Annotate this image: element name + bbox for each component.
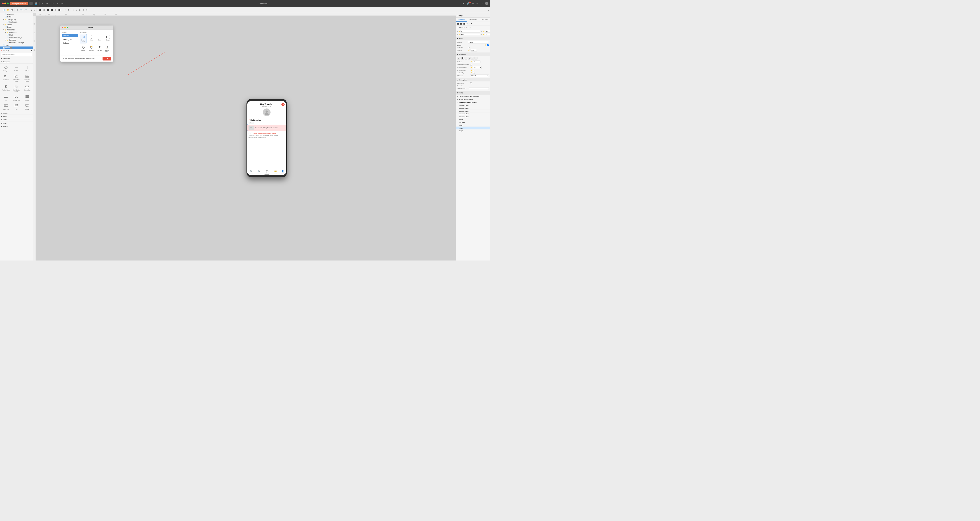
shape-triangle-btn[interactable]: △ — [471, 57, 474, 60]
outline-item-textarea[interactable]: Text Area — [456, 121, 490, 124]
save2-btn[interactable]: 💾 — [10, 8, 14, 11]
tree-item-assistance[interactable]: ▼ 📁 Assistance — [0, 29, 33, 31]
dist-btn-7[interactable]: ▷ — [470, 26, 472, 29]
outline-item-image[interactable]: Image — [456, 127, 490, 129]
layout-section-header[interactable]: ▶ Layout — [0, 112, 33, 115]
extension-header-right[interactable]: ■ Extension — [456, 53, 490, 56]
zoom-out-btn[interactable]: 🔎 — [24, 8, 27, 11]
pct-radius-checkbox[interactable] — [470, 64, 472, 65]
comp-hotspot[interactable]: Hotspot — [1, 65, 11, 72]
align-dr-btn[interactable]: ↗ — [470, 22, 473, 25]
tree-item-changecity[interactable]: ▼ 📁 Change City — [0, 18, 33, 21]
vflip-checkbox[interactable] — [473, 72, 475, 74]
prev-btn[interactable]: ◀ — [30, 8, 33, 11]
dist-btn-6[interactable]: ◇ — [468, 26, 469, 29]
save-btn[interactable]: 💾 — [34, 2, 38, 5]
basic-header[interactable]: ■ Basic — [456, 37, 490, 40]
comp-tool-grid[interactable]: ⊞ — [8, 50, 9, 52]
modal-maximize-dot[interactable] — [67, 27, 68, 28]
settings-gear[interactable]: ⚙ — [282, 103, 285, 106]
caption-input[interactable] — [468, 41, 489, 43]
comp-gif[interactable]: Gif — [12, 103, 22, 111]
tree-item-rome[interactable]: 📄 Rome — [0, 26, 33, 29]
y-input[interactable] — [461, 33, 480, 36]
redo-btn[interactable]: ↪ — [46, 2, 49, 5]
align-middle-btn[interactable]: ⊡ — [54, 8, 57, 11]
delete-btn[interactable]: ✕ — [85, 8, 88, 11]
undo-btn[interactable]: ↩ — [41, 2, 44, 5]
tree-item-profile[interactable]: 📄 Profile ● — [0, 46, 33, 49]
dist-h-btn[interactable]: ⇔ — [64, 8, 67, 11]
radius-input[interactable] — [473, 61, 480, 63]
tree-item-amsterdam[interactable]: 📄 Amsterdam — [0, 21, 33, 24]
outline-item-iconlabel5[interactable]: Icon and Label — [456, 115, 490, 118]
dist-btn-1[interactable]: ⊡ — [457, 26, 459, 29]
zoom-in-btn[interactable]: 🔍 — [20, 8, 23, 11]
mobile-section-header[interactable]: ▶ Mobile — [0, 115, 33, 118]
comp-checkbox-group[interactable]: One Two Checkbox Group — [12, 73, 22, 83]
ok-button[interactable]: OK — [102, 57, 111, 61]
outline-item-iconlabel3[interactable]: Icon and Label — [456, 110, 490, 113]
group-btn[interactable]: ▦ — [78, 8, 81, 11]
comp-label-text-input[interactable]: Label Label Text Input — [22, 73, 32, 83]
comp-radiobutton[interactable]: RadioButton — [1, 84, 11, 93]
align-tl-btn[interactable]: ⬛ — [457, 22, 460, 25]
expand-btn[interactable]: ⊡ — [476, 2, 479, 5]
static-section-header[interactable]: ▶ Static — [0, 118, 33, 122]
user-btn[interactable]: U — [485, 2, 488, 5]
dist-btn-3[interactable]: ⊡ — [461, 26, 463, 29]
cmd-move[interactable]: Move — [88, 34, 95, 43]
pen-btn[interactable]: ✏ — [61, 2, 64, 5]
comp-list[interactable]: List — [1, 94, 11, 102]
align-left-btn[interactable]: ⬛ — [38, 8, 42, 11]
tree-item-assistance-sub[interactable]: ▼ 📁 Assistance — [0, 31, 33, 34]
outline-item-signin[interactable]: ▶ Sign In (Popup Panel) — [456, 98, 490, 101]
comp-combobox[interactable]: ComboBox — [22, 84, 32, 93]
tab-properties[interactable]: Properties — [456, 18, 468, 22]
align-bottom-btn[interactable]: ⬛ — [57, 8, 61, 11]
comp-button-bar[interactable]: One Two Button Bar — [12, 94, 22, 102]
bring-front-btn[interactable]: ↑ — [73, 8, 75, 11]
shape-circle-btn[interactable]: ○ — [465, 57, 468, 60]
x-input[interactable] — [461, 30, 480, 33]
tree-item-calendar[interactable]: 📄 Calendar — [0, 13, 33, 16]
markup-section-header[interactable]: ▶ Markup — [0, 125, 33, 128]
dist-v-btn[interactable]: ⇕ — [67, 8, 70, 11]
description-header[interactable]: ■ Description — [456, 78, 490, 81]
comp-vrule[interactable]: V.Rule — [22, 65, 32, 72]
close-dot[interactable] — [2, 3, 4, 5]
send-back-btn[interactable]: ↓ — [75, 8, 78, 11]
rotation-select[interactable]: 0° 90° 180° 270° — [473, 66, 482, 69]
canvas-content[interactable]: Search Sign In — [36, 16, 456, 260]
interaction-header[interactable]: ▶ Interaction — [0, 57, 33, 61]
ungroup-btn[interactable]: ⊟ — [82, 8, 85, 11]
comp-panel-collapse[interactable]: ◀ — [31, 50, 32, 52]
handle-tl[interactable] — [247, 124, 248, 125]
share-btn[interactable]: 🔗 7 — [466, 2, 470, 5]
comp-tool-star[interactable]: ☆ — [3, 50, 5, 52]
play-btn[interactable]: ▶ — [462, 2, 465, 5]
cursor-btn[interactable]: ↖ — [52, 2, 55, 5]
chart-section-header[interactable]: ▶ Chart — [0, 121, 33, 125]
comp-hrule[interactable]: H.Rule — [12, 65, 22, 72]
visible-checkbox[interactable] — [487, 44, 489, 46]
opacity-input[interactable] — [471, 49, 477, 51]
nav-discover[interactable]: 🔍 Discover — [249, 170, 253, 174]
outline-item-iconlabel1[interactable]: Icon and Label — [456, 104, 490, 107]
hflip-checkbox[interactable] — [473, 70, 475, 72]
outline-item-iconlabel2[interactable]: Icon and Label — [456, 107, 490, 110]
h-input[interactable] — [485, 33, 490, 36]
align-tr-btn[interactable]: ⬛ — [463, 22, 466, 25]
outline-item-label[interactable]: Label — [456, 124, 490, 127]
align-top-btn[interactable]: ⬛ — [50, 8, 54, 11]
external-url-input[interactable] — [469, 87, 489, 90]
comp-tool-draw[interactable]: ⊕ — [1, 50, 2, 52]
grid-btn[interactable]: ⊞ — [471, 2, 474, 5]
cmd-settextcolor[interactable]: A Set Text Color — [104, 45, 111, 54]
modal-close-dot[interactable] — [62, 27, 63, 28]
shape-arrow-btn[interactable]: → — [474, 57, 477, 60]
tree-item-chat[interactable]: 📄 Chat — [0, 33, 33, 36]
modal-minimize-dot[interactable] — [64, 27, 66, 28]
trigger-onlongclick[interactable]: OnLongClick — [62, 38, 78, 41]
dropdown-btn[interactable]: ▾ — [29, 2, 33, 5]
